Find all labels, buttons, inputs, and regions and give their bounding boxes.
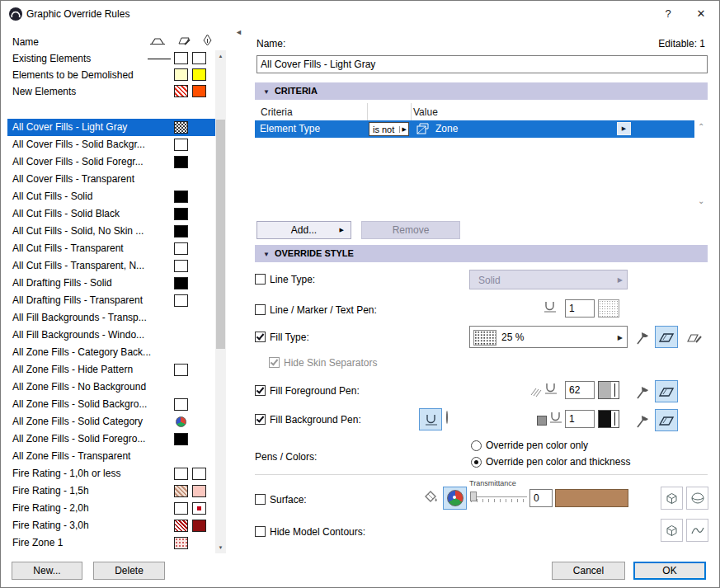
override-color-thickness-radio[interactable] (471, 457, 482, 468)
override-style-section-header[interactable]: ▼OVERRIDE STYLE (255, 245, 708, 262)
rule-list-item[interactable]: All Zone Fills - Solid Foregro... (7, 430, 215, 448)
remove-criteria-button[interactable]: Remove (361, 221, 460, 239)
color-wheel-icon[interactable] (446, 411, 448, 424)
background-swatch-icon (537, 416, 547, 426)
line-type-dropdown[interactable]: Solid ▶ (469, 270, 628, 289)
criteria-operator-dropdown[interactable]: is not ▶ (369, 122, 409, 136)
rule-list-item[interactable]: All Cover Fills - Solid Foregr... (7, 153, 215, 171)
cut-fills-toggle-button[interactable] (630, 327, 652, 349)
rule-swatch (192, 468, 206, 480)
collapse-list-arrow-icon[interactable]: ◄ (235, 28, 242, 36)
line-pen-checkbox[interactable] (255, 304, 266, 315)
rule-list-item[interactable]: All Drafting Fills - Solid (7, 275, 215, 292)
rule-list-item[interactable]: All Zone Fills - Transparent (7, 448, 215, 465)
rule-list-item[interactable]: All Zone Fills - Category Back... (7, 344, 215, 361)
rule-list-item[interactable]: All Cut Fills - Transparent (7, 240, 215, 257)
hide-skin-separators-checkbox[interactable] (269, 357, 280, 368)
override-color-only-label[interactable]: Override pen color only (486, 440, 588, 451)
rule-list-item[interactable]: Fire Rating - 2,0h (7, 500, 215, 517)
fill-foreground-pen-input[interactable] (565, 381, 595, 399)
line-type-checkbox[interactable] (255, 274, 266, 285)
fill-foreground-pen-checkbox[interactable] (255, 385, 266, 396)
close-button[interactable]: ✕ (685, 1, 718, 26)
override-color-only-radio[interactable] (471, 440, 482, 451)
rule-list-item[interactable]: Fire Rating - 3,0h (7, 517, 215, 534)
rule-label: All Drafting Fills - Transparent (12, 292, 143, 309)
delete-rule-button[interactable]: Delete (93, 562, 165, 580)
contours-cut-button[interactable] (661, 519, 683, 542)
scrollbar-down-arrow-icon[interactable]: ▼ (215, 542, 226, 553)
cover-fills-toggle-button[interactable] (655, 409, 678, 431)
surface-color-swatch[interactable] (555, 489, 628, 507)
rule-list-item[interactable]: All Zone Fills - No Background (7, 379, 215, 396)
add-criteria-button[interactable]: Add... ▶ (256, 221, 351, 239)
cancel-button[interactable]: Cancel (552, 562, 625, 580)
criteria-scroll-up-icon[interactable]: ⌃ (698, 123, 704, 131)
rule-swatch (174, 398, 188, 411)
override-color-thickness-label[interactable]: Override pen color and thickness (486, 456, 630, 468)
new-rule-button[interactable]: New... (12, 562, 82, 580)
rule-list-item[interactable]: All Cut Fills - Transparent, N... (7, 257, 215, 275)
criteria-row[interactable]: Element Type is not ▶ Zone ▶ (255, 120, 694, 138)
value-picker-button[interactable]: ▶ (617, 122, 631, 135)
fill-background-pen-checkbox[interactable] (255, 414, 266, 425)
cover-fills-toggle-button[interactable] (655, 326, 678, 348)
drafting-fills-toggle-button[interactable] (683, 326, 706, 348)
rule-list-item[interactable]: All Cover Fills - Transparent (7, 171, 215, 188)
override-cut-surfaces-button[interactable] (661, 487, 683, 510)
help-button[interactable]: ? (652, 1, 685, 26)
criteria-scroll-down-icon[interactable]: ⌄ (698, 197, 704, 205)
line-pen-sample-button[interactable] (598, 299, 619, 318)
rule-swatch (174, 537, 188, 549)
scrollbar-up-arrow-icon[interactable]: ▲ (215, 50, 226, 62)
pen-color-mode-button[interactable] (419, 408, 442, 430)
fill-foreground-pen-sample-button[interactable] (598, 381, 619, 399)
hide-model-contours-checkbox[interactable] (255, 526, 266, 537)
value-column-header[interactable]: Value (413, 106, 438, 118)
rule-list-item[interactable]: Fire Rating - 1,5h (7, 482, 215, 500)
predefined-rule-row[interactable]: Elements to be Demolished (7, 67, 215, 83)
surface-color-picker-button[interactable] (443, 487, 467, 510)
rule-list-item[interactable]: All Fill Backgrounds - Transp... (7, 309, 215, 327)
fill-background-pen-sample-button[interactable] (598, 410, 619, 428)
pen-set-icon (424, 412, 438, 426)
criteria-section-header[interactable]: ▼CRITERIA (255, 82, 708, 100)
rule-list-item[interactable]: All Fill Backgrounds - Windo... (7, 327, 215, 344)
rule-list-item[interactable]: All Cut Fills - Solid (7, 188, 215, 205)
cut-fills-toggle-button[interactable] (630, 381, 652, 403)
scrollbar-thumb[interactable] (216, 120, 225, 349)
rule-list-item[interactable]: All Cut Fills - Solid, No Skin ... (7, 223, 215, 240)
rule-label: All Cover Fills - Transparent (12, 171, 134, 188)
contours-exposed-button[interactable] (686, 519, 708, 542)
rule-list-item[interactable]: All Zone Fills - Solid Category (7, 413, 215, 430)
rule-list-item[interactable]: All Cover Fills - Light Gray (7, 119, 215, 136)
rule-label: All Fill Backgrounds - Windo... (12, 327, 144, 344)
criteria-column-header[interactable]: Criteria (261, 106, 293, 118)
fill-background-pen-input[interactable] (565, 410, 595, 428)
cover-fills-toggle-button[interactable] (655, 380, 678, 402)
predefined-rule-row[interactable]: New Elements (7, 83, 215, 100)
surface-checkbox[interactable] (255, 494, 266, 505)
rule-list-item[interactable]: Fire Zone 1 (7, 534, 215, 552)
rule-list-item[interactable]: All Cut Fills - Solid Black (7, 205, 215, 223)
cut-fill-icon (633, 384, 650, 401)
cut-fills-toggle-button[interactable] (630, 410, 652, 432)
predefined-rule-row[interactable]: Existing Elements (7, 50, 215, 67)
line-type-label: Line Type: (270, 274, 315, 285)
transmittance-input[interactable] (529, 489, 553, 507)
transmittance-slider-thumb[interactable] (470, 492, 477, 501)
transmittance-slider[interactable] (471, 496, 527, 497)
rule-name-input[interactable] (256, 55, 708, 73)
name-column-header[interactable]: Name (12, 36, 39, 48)
line-pen-input[interactable] (565, 299, 595, 318)
fill-type-dropdown[interactable]: 25 % ▶ (469, 326, 628, 348)
ok-button[interactable]: OK (633, 562, 706, 580)
rule-list-item[interactable]: All Zone Fills - Solid Backgro... (7, 396, 215, 413)
rule-list-item[interactable]: Fire Rating - 1,0h or less (7, 465, 215, 482)
fill-type-checkbox[interactable] (255, 332, 266, 342)
rule-list-item[interactable]: All Drafting Fills - Transparent (7, 292, 215, 309)
rules-list-scrollbar[interactable]: ▲ ▼ (215, 50, 226, 553)
rule-list-item[interactable]: All Zone Fills - Hide Pattern (7, 361, 215, 379)
rule-list-item[interactable]: All Cover Fills - Solid Backgr... (7, 136, 215, 153)
override-exposed-surfaces-button[interactable] (686, 487, 708, 510)
